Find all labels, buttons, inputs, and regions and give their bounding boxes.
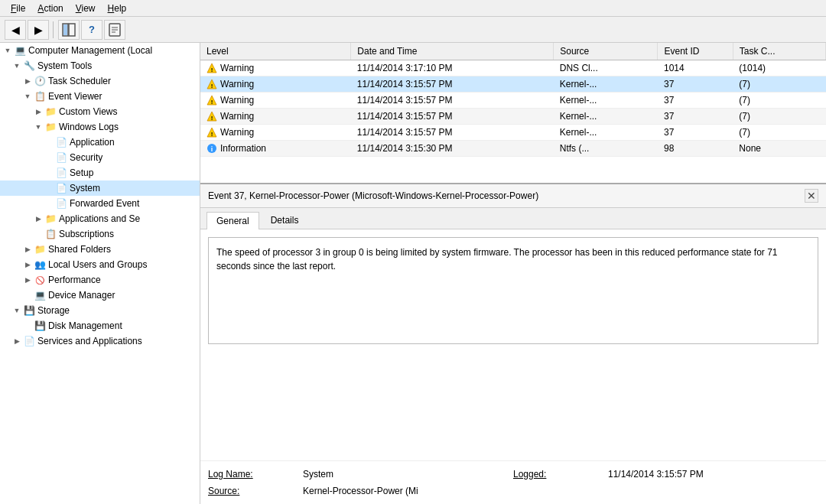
tree-label-application: Application xyxy=(70,137,115,148)
svg-text:!: ! xyxy=(211,83,213,89)
tree-item-task-scheduler[interactable]: ▶ 🕐 Task Scheduler xyxy=(0,73,200,89)
menu-help[interactable]: Help xyxy=(102,2,133,15)
tree-item-shared-folders[interactable]: ▶ 📁 Shared Folders xyxy=(0,242,200,257)
cell-taskcat: (7) xyxy=(733,109,825,125)
tree-item-subscriptions[interactable]: ▶ 📋 Subscriptions xyxy=(0,226,200,242)
cell-level: !Warning xyxy=(200,93,351,109)
tree-item-custom-views[interactable]: ▶ 📁 Custom Views xyxy=(0,104,200,119)
source-value: Kernel-Processor-Power (Mi xyxy=(300,484,513,498)
forward-button[interactable]: ▶ xyxy=(28,20,49,40)
tree-item-security[interactable]: ▶ 📄 Security xyxy=(0,150,200,165)
tree-item-windows-logs[interactable]: ▼ 📁 Windows Logs xyxy=(0,119,200,135)
application-icon: 📄 xyxy=(55,136,67,148)
table-row[interactable]: iInformation11/14/2014 3:15:30 PMNtfs (.… xyxy=(200,141,826,157)
tree-item-services-apps[interactable]: ▶ 📄 Services and Applications xyxy=(0,333,200,349)
back-button[interactable]: ◀ xyxy=(5,20,26,40)
table-row[interactable]: !Warning11/14/2014 3:15:57 PMKernel-...3… xyxy=(200,93,826,109)
svg-rect-1 xyxy=(69,24,75,36)
menu-view[interactable]: View xyxy=(70,2,102,15)
table-row[interactable]: !Warning11/14/2014 3:15:57 PMKernel-...3… xyxy=(200,125,826,141)
table-row[interactable]: !Warning11/14/2014 3:15:57 PMKernel-...3… xyxy=(200,109,826,125)
tree-panel[interactable]: ▼ 💻 Computer Management (Local ▼ 🔧 Syste… xyxy=(0,43,200,504)
custom-views-icon: 📁 xyxy=(44,106,57,118)
cell-datetime: 11/14/2014 3:15:57 PM xyxy=(351,93,554,109)
tabs-bar: General Details xyxy=(200,208,826,229)
tree-label-computer-mgmt: Computer Management (Local xyxy=(28,45,152,56)
event-text-box[interactable]: The speed of processor 3 in group 0 is b… xyxy=(208,237,818,344)
toolbar: ◀ ▶ ? xyxy=(0,17,826,43)
tab-general[interactable]: General xyxy=(206,212,259,229)
tree-item-system[interactable]: ▶ 📄 System xyxy=(0,180,200,196)
tree-label-disk-management: Disk Management xyxy=(48,320,122,331)
info-icon: i xyxy=(206,143,217,154)
col-eventid[interactable]: Event ID xyxy=(658,43,733,60)
tab-details[interactable]: Details xyxy=(261,211,309,229)
cell-source: Ntfs (... xyxy=(554,141,658,157)
tree-item-forwarded-events[interactable]: ▶ 📄 Forwarded Event xyxy=(0,196,200,211)
warning-icon: ! xyxy=(206,95,217,106)
tree-item-disk-management[interactable]: ▶ 💾 Disk Management xyxy=(0,318,200,333)
cell-level: !Warning xyxy=(200,76,351,93)
event-detail-header: Event 37, Kernel-Processor-Power (Micros… xyxy=(200,184,826,208)
cell-datetime: 11/14/2014 3:15:57 PM xyxy=(351,125,554,141)
expand-storage[interactable]: ▼ xyxy=(11,304,23,317)
events-table-container[interactable]: Level Date and Time Source Event ID Task… xyxy=(200,43,826,184)
tree-item-performance[interactable]: ▶ 🚫 Performance xyxy=(0,272,200,288)
tree-label-performance: Performance xyxy=(48,275,101,285)
cell-eventid: 37 xyxy=(658,125,733,141)
cell-source: Kernel-... xyxy=(554,93,658,109)
tree-item-application[interactable]: ▶ 📄 Application xyxy=(0,135,200,150)
menu-action[interactable]: Action xyxy=(31,2,69,15)
properties-button[interactable] xyxy=(104,20,125,40)
tree-item-apps-services[interactable]: ▶ 📁 Applications and Se xyxy=(0,211,200,226)
cell-taskcat: None xyxy=(733,141,825,157)
system-log-icon: 📄 xyxy=(55,182,67,194)
expand-task-scheduler[interactable]: ▶ xyxy=(21,75,34,87)
expand-computer-mgmt[interactable]: ▼ xyxy=(2,44,14,57)
svg-text:!: ! xyxy=(211,67,213,73)
svg-text:i: i xyxy=(211,145,213,153)
main-layout: ▼ 💻 Computer Management (Local ▼ 🔧 Syste… xyxy=(0,43,826,504)
event-content: The speed of processor 3 in group 0 is b… xyxy=(200,229,826,460)
toolbar-separator-1 xyxy=(53,21,54,38)
tree-label-security: Security xyxy=(70,152,102,163)
col-datetime[interactable]: Date and Time xyxy=(351,43,554,60)
tree-item-storage[interactable]: ▼ 💾 Storage xyxy=(0,303,200,318)
expand-services-apps[interactable]: ▶ xyxy=(11,335,23,347)
events-table: Level Date and Time Source Event ID Task… xyxy=(200,43,826,157)
tree-label-shared-folders: Shared Folders xyxy=(48,244,111,255)
services-apps-icon: 📄 xyxy=(23,335,35,347)
event-meta: Log Name: System Logged: 11/14/2014 3:15… xyxy=(200,460,826,504)
table-row[interactable]: !Warning11/14/2014 3:15:57 PMKernel-...3… xyxy=(200,76,826,93)
tree-item-computer-mgmt[interactable]: ▼ 💻 Computer Management (Local xyxy=(0,43,200,58)
col-level[interactable]: Level xyxy=(200,43,351,60)
disk-management-icon: 💾 xyxy=(34,320,46,332)
tree-item-local-users[interactable]: ▶ 👥 Local Users and Groups xyxy=(0,257,200,272)
tree-item-system-tools[interactable]: ▼ 🔧 System Tools xyxy=(0,58,200,73)
tree-item-event-viewer[interactable]: ▼ 📋 Event Viewer xyxy=(0,89,200,104)
cell-source: DNS Cl... xyxy=(554,60,658,76)
table-row[interactable]: !Warning11/14/2014 3:17:10 PMDNS Cl...10… xyxy=(200,60,826,76)
close-event-detail-button[interactable]: ✕ xyxy=(805,189,818,203)
expand-performance[interactable]: ▶ xyxy=(21,274,34,286)
col-taskcat[interactable]: Task C... xyxy=(733,43,825,60)
col-source[interactable]: Source xyxy=(554,43,658,60)
menu-file[interactable]: File xyxy=(5,2,31,15)
windows-logs-icon: 📁 xyxy=(44,121,57,133)
expand-custom-views[interactable]: ▶ xyxy=(32,106,44,118)
cell-eventid: 1014 xyxy=(658,60,733,76)
help-button[interactable]: ? xyxy=(81,20,102,40)
tree-item-setup[interactable]: ▶ 📄 Setup xyxy=(0,165,200,180)
show-hide-button[interactable] xyxy=(58,20,80,40)
expand-local-users[interactable]: ▶ xyxy=(21,259,34,271)
expand-windows-logs[interactable]: ▼ xyxy=(32,121,44,133)
expand-event-viewer[interactable]: ▼ xyxy=(21,90,34,102)
cell-taskcat: (7) xyxy=(733,76,825,93)
tree-item-device-manager[interactable]: ▶ 💻 Device Manager xyxy=(0,288,200,303)
expand-system-tools[interactable]: ▼ xyxy=(11,60,23,72)
logged-label: Logged: xyxy=(513,467,605,481)
expand-apps-services[interactable]: ▶ xyxy=(32,213,44,225)
event-viewer-icon: 📋 xyxy=(34,90,46,102)
log-name-label: Log Name: xyxy=(208,467,300,481)
expand-shared-folders[interactable]: ▶ xyxy=(21,243,34,255)
